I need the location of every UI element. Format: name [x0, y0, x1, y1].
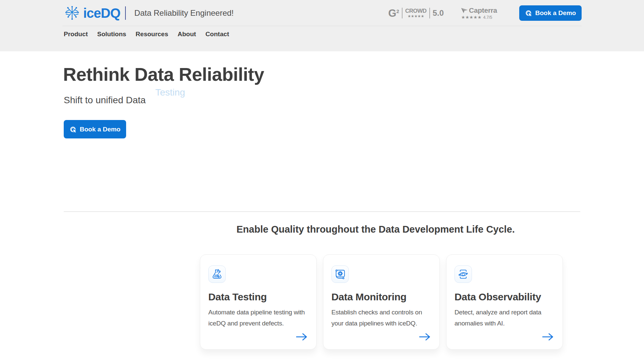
card-title: Data Monitoring	[331, 291, 435, 303]
g2-crowd-rating-badge[interactable]: G2 CROWD ★★★★★ 5.0	[388, 8, 444, 18]
capterra-label: Capterra	[469, 6, 497, 14]
brand-name: iceDQ	[83, 6, 120, 21]
hero-title: Rethink Data Reliability	[63, 64, 264, 85]
brand-tagline: Data Reliability Engineered!	[135, 8, 234, 18]
book-demo-button-hero[interactable]: Book a Demo	[64, 120, 126, 138]
brand-logo[interactable]: iceDQ	[62, 4, 120, 22]
nav-item-contact[interactable]: Contact	[205, 31, 229, 38]
g2-logo-icon: G2	[388, 8, 399, 18]
header-vertical-divider	[125, 6, 126, 20]
main-nav: Product Solutions Resources About Contac…	[64, 26, 229, 42]
book-demo-button-header[interactable]: Book a Demo	[519, 5, 582, 21]
click-cursor-icon	[69, 126, 77, 133]
card-title: Data Testing	[208, 291, 312, 303]
card-description: Automate data pipeline testing with iceD…	[208, 307, 312, 329]
nav-item-solutions[interactable]: Solutions	[97, 31, 126, 38]
nav-item-product[interactable]: Product	[64, 31, 88, 38]
card-description: Detect, analyze and report data anomalie…	[454, 307, 558, 329]
icedq-landing-page: iceDQ Data Reliability Engineered! G2 CR…	[0, 0, 644, 362]
feature-cards-row: Data Testing Automate data pipeline test…	[200, 254, 563, 350]
capterra-flag-icon	[461, 7, 468, 14]
card-title: Data Observability	[454, 291, 558, 303]
book-demo-label: Book a Demo	[535, 9, 576, 17]
g2-stars-icon: ★★★★★	[408, 14, 424, 18]
capterra-score: 4.7/5	[483, 15, 492, 20]
header-top-row: iceDQ Data Reliability Engineered! G2 CR…	[62, 0, 582, 26]
capterra-stars-icon: ★★★★★	[461, 15, 482, 20]
arrow-right-icon[interactable]	[296, 333, 308, 341]
card-data-monitoring[interactable]: Data Monitoring Establish checks and con…	[323, 254, 440, 350]
card-data-observability[interactable]: Data Observability Detect, analyze and r…	[446, 254, 563, 350]
site-header: iceDQ Data Reliability Engineered! G2 CR…	[0, 0, 644, 51]
nav-item-about[interactable]: About	[178, 31, 196, 38]
section-heading: Enable Quality throughout the Data Devel…	[236, 224, 515, 235]
section-divider	[64, 212, 580, 212]
book-demo-label: Book a Demo	[80, 126, 120, 133]
gear-circuit-icon	[334, 268, 346, 280]
g2-crowd-label: CROWD	[405, 8, 427, 14]
card-description: Establish checks and controls on your da…	[331, 307, 435, 329]
brain-circuit-logo-icon	[62, 4, 82, 22]
header-right-cluster: G2 CROWD ★★★★★ 5.0 Capte	[388, 5, 582, 21]
capterra-rating-badge[interactable]: Capterra ★★★★★ 4.7/5	[461, 6, 497, 20]
hero-rotating-word: Testing	[155, 87, 185, 98]
arrow-right-icon[interactable]	[419, 333, 431, 341]
card-data-testing[interactable]: Data Testing Automate data pipeline test…	[200, 254, 317, 350]
g2-score: 5.0	[433, 8, 444, 18]
flask-circuit-icon	[211, 268, 223, 280]
click-cursor-icon	[525, 9, 532, 17]
arrow-right-icon[interactable]	[542, 333, 554, 341]
observability-eye-icon	[457, 268, 469, 280]
hero-subtitle: Shift to unified Data	[64, 95, 146, 106]
nav-item-resources[interactable]: Resources	[136, 31, 168, 38]
